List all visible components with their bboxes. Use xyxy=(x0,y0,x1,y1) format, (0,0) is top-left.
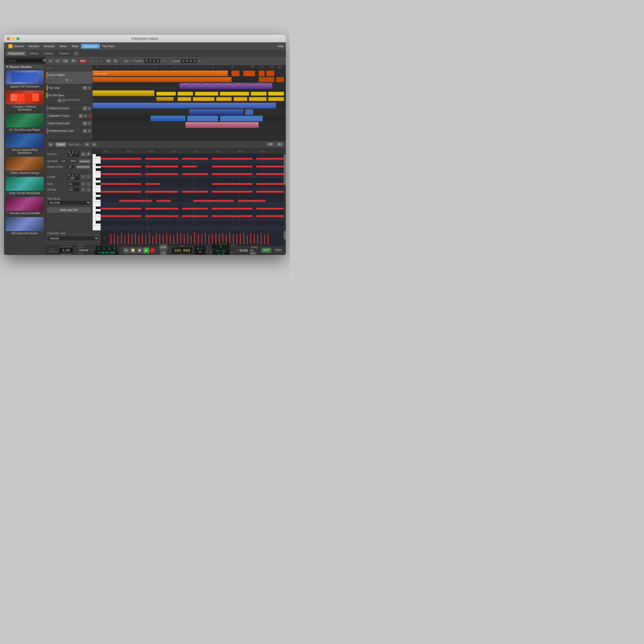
sidebar-section-title[interactable]: Reason Studios xyxy=(4,64,45,69)
quantize-apply-btn[interactable]: Quantize xyxy=(79,159,91,163)
m-btn[interactable]: M xyxy=(105,59,111,63)
click-label[interactable]: CLiCk xyxy=(239,249,248,252)
tab-players[interactable]: Players xyxy=(56,51,72,56)
view-mode-select[interactable]: Key Edit Drum Edit xyxy=(47,200,91,205)
menu-mixer[interactable]: Mixer xyxy=(57,44,69,49)
quantize-row: Quantize 1/16 100% Quantize xyxy=(47,159,91,163)
length-value[interactable]: 4 . 0 . 0 . 0 xyxy=(181,59,197,63)
length-prop-label: Length xyxy=(47,175,66,178)
time-code[interactable]: 0:00:00:000 xyxy=(94,251,119,255)
new-btn[interactable]: NEW xyxy=(261,248,271,253)
time-sig-display[interactable]: 4 / 4 xyxy=(194,246,205,255)
rec-btn[interactable]: REC xyxy=(78,59,88,63)
search-input[interactable] xyxy=(6,58,42,63)
tab-instruments[interactable]: Instruments xyxy=(6,51,26,56)
piano-keyboard xyxy=(93,154,101,230)
q-record-section: Q RECORD 1/16 QUANTIZE xyxy=(59,245,73,255)
list-item[interactable]: Dr. Octo Rex Loop Player xyxy=(4,112,45,133)
close-piano-roll-btn[interactable]: ✕ xyxy=(48,142,54,147)
rewind-btn[interactable]: ⏮ xyxy=(123,247,129,253)
menu-browser[interactable]: Browser xyxy=(42,44,57,49)
piano-roll-ruler: 9.2 10.1 10.3 11.1 11.3 12.1 12.3 13.1 xyxy=(93,149,286,154)
length-down-btn[interactable]: - xyxy=(86,175,91,179)
note-down-btn[interactable]: - xyxy=(86,182,91,186)
note-prop-value[interactable]: A 1 xyxy=(67,182,80,186)
loop-end[interactable]: 17, 21, 1, 0 xyxy=(213,249,230,255)
position-value[interactable]: 9 . 2 . 1 . 0 xyxy=(144,59,160,63)
traffic-lights xyxy=(7,37,20,40)
track-header-row: Top Loop M S xyxy=(46,84,92,92)
multi-lane-btn[interactable]: Multi Lane Edit xyxy=(47,207,91,213)
velocity-down-btn[interactable]: - xyxy=(86,188,91,192)
note-properties-panel: Position 9 . 2 . 1 . 0 ▲ ▼ Quantize 1/16… xyxy=(46,149,93,230)
fast-rewind-btn[interactable]: ⏪ xyxy=(130,247,136,253)
controller-lane-select[interactable]: Velocity Pitch Bend Mod Wheel xyxy=(47,236,99,241)
position-display: Bar ▼ Position 9 . 2 . 1 . 0 ▲▼ xyxy=(125,59,165,63)
position-prop-value[interactable]: 9 . 2 . 1 . 0 xyxy=(67,150,80,158)
tempo-display[interactable]: 105.000 xyxy=(172,247,192,253)
menu-flip-rack[interactable]: Flip Rack xyxy=(100,44,117,49)
s-btn[interactable]: S xyxy=(113,59,118,63)
randomize-btn[interactable]: Randomize xyxy=(76,165,91,169)
menu-sequencer[interactable]: Sequencer xyxy=(81,44,100,49)
stop-btn[interactable]: ⏹ xyxy=(137,247,142,253)
position-prop-label: Position xyxy=(47,153,66,156)
select-tool[interactable]: ↖ xyxy=(48,59,54,63)
quantize-prop-value[interactable]: 1/16 xyxy=(59,159,67,163)
length-row: Length 0 . 1 . 2 . 234 + - xyxy=(47,173,91,181)
menu-rack[interactable]: Rack xyxy=(69,44,81,49)
velocity-prop-value[interactable]: 112 xyxy=(67,187,80,192)
length-up-btn[interactable]: + xyxy=(81,175,85,179)
minimize-button[interactable] xyxy=(12,37,15,40)
tab-utilities[interactable]: Utilities xyxy=(41,51,56,56)
menu-help[interactable]: Help xyxy=(277,45,284,48)
velocity-up-btn[interactable]: + xyxy=(81,188,85,192)
sync-mode-value[interactable]: Internal xyxy=(79,249,88,252)
quantize-value[interactable]: 1/16 xyxy=(59,248,73,253)
quantize-pct-value[interactable]: 100% xyxy=(68,159,78,163)
n022-btn[interactable]: N022 xyxy=(273,248,284,253)
list-item[interactable]: Algoritm FM Synthesizer xyxy=(4,69,45,89)
loop-btn[interactable]: ⟳ xyxy=(84,142,90,147)
keys-section: KEYS GROOVE xyxy=(48,248,57,253)
loop-icon[interactable]: ↺ xyxy=(160,250,167,255)
groove-label: GROOVE xyxy=(48,250,57,253)
eraser-tool[interactable]: ⌫ xyxy=(62,59,69,63)
note-up-btn[interactable]: + xyxy=(81,182,85,186)
list-item[interactable]: Complex-1 Modular Synthesizer xyxy=(4,89,45,112)
record-btn[interactable] xyxy=(150,248,155,253)
main-content: 🔍 Reason Studios Algoritm FM Synthesizer xyxy=(4,57,286,255)
menu-devices[interactable]: Devices xyxy=(27,44,41,49)
range-prop-value[interactable]: 16 xyxy=(67,164,75,169)
zoom-in-btn[interactable]: +🔍 xyxy=(266,142,275,147)
list-item[interactable]: Humana Vocal Ensemble xyxy=(4,196,45,216)
reason-logo[interactable]: R Reason xyxy=(6,43,26,49)
instrument-name: Algoritm FM Synthesizer xyxy=(6,85,44,88)
close-button[interactable] xyxy=(7,37,10,40)
track-header-row: Pushed Analog Lead M S xyxy=(46,127,92,135)
snap-btn[interactable]: SNAP xyxy=(55,142,66,147)
tempo-section: TAP 105.000 FIX xyxy=(172,245,192,255)
velocity-bars[interactable] xyxy=(109,231,284,245)
zoom-out-btn[interactable]: -🔍 xyxy=(276,142,284,147)
list-item[interactable]: Friktion Modeled Strings xyxy=(4,156,45,176)
mark-btn[interactable]: ♦ xyxy=(92,142,97,147)
zoom-tool[interactable]: 🔍 xyxy=(70,59,77,63)
list-item[interactable]: Grain Sample Manipulator xyxy=(4,176,45,196)
maximize-button[interactable] xyxy=(16,37,20,40)
position-up-btn[interactable]: ▲ xyxy=(81,152,85,156)
pencil-tool[interactable]: ✏ xyxy=(55,59,61,63)
velocity-label-col: Controller Lane Velocity Pitch Bend Mod … xyxy=(46,231,101,245)
piano-roll-area: ✕ SNAP Grid (1/8) ▼ ⟳ ♦ +🔍 -🔍 xyxy=(46,141,286,245)
list-item[interactable]: ID8 Instrument Device xyxy=(4,216,45,236)
list-item[interactable]: Europa Shapeshifting Synthesizer xyxy=(4,133,45,156)
play-btn[interactable]: ▶ xyxy=(143,247,149,253)
bar-position[interactable]: 1. 1. 1. 0 xyxy=(96,246,117,251)
length-prop-value[interactable]: 0 . 1 . 2 . 234 xyxy=(67,173,80,181)
tab-close-btn[interactable]: ✕ xyxy=(74,52,79,56)
track-header-row: Expander X Keys M S xyxy=(46,112,92,120)
tab-effects[interactable]: Effects xyxy=(27,51,41,56)
track-ruler-area: 2 3 4 5 6 7 8 9 10 11 12 13 xyxy=(93,65,286,140)
piano-roll-grid[interactable] xyxy=(101,154,286,230)
position-down-btn[interactable]: ▼ xyxy=(86,152,91,156)
